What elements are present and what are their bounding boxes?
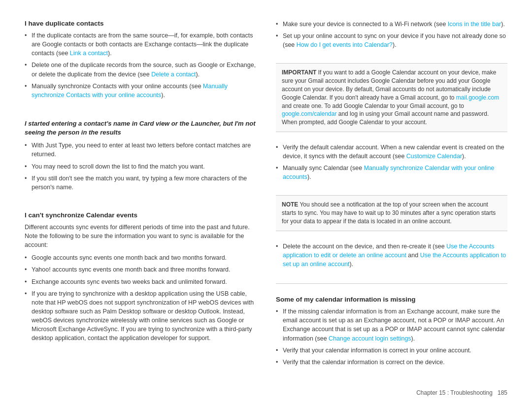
calendar-missing-bullets: If the missing calendar information is f… — [276, 307, 507, 367]
bullet-text: Verify that the calendar information is … — [283, 359, 445, 366]
link-customize-calendar[interactable]: Customize Calendar — [406, 153, 462, 160]
column-left: I have duplicate contacts If the duplica… — [25, 20, 256, 384]
right-bottom-bullets: Delete the account on the device, and th… — [276, 242, 507, 272]
link-change-account-login[interactable]: Change account login settings — [329, 335, 411, 342]
link-get-events-calendar[interactable]: How do I get events into Calendar? — [297, 41, 393, 48]
section-sync-calendar-title: I can't synchronize Calendar events — [25, 211, 256, 219]
right-middle-bullets: Verify the default calendar account. Whe… — [276, 143, 507, 185]
link-a-contact[interactable]: Link a contact — [70, 50, 108, 57]
list-item: Google accounts sync events one month ba… — [25, 253, 256, 262]
sync-calendar-bullets: Google accounts sync events one month ba… — [25, 253, 256, 342]
sync-calendar-intro: Different accounts sync events for diffe… — [25, 223, 256, 249]
list-item: Manually sync Calendar (see Manually syn… — [276, 164, 507, 181]
bullet-text: Verify the default calendar account. Whe… — [283, 144, 504, 160]
bullet-text: Make sure your device is connected to a … — [283, 21, 505, 28]
section-calendar-missing: Some of my calendar information is missi… — [276, 296, 507, 370]
bullet-text: Manually synchronize Contacts with your … — [32, 83, 228, 99]
note-label: NOTE — [282, 201, 298, 208]
page-number: 185 — [498, 389, 507, 396]
list-item: If you still don't see the match you wan… — [25, 174, 256, 192]
list-item: You may need to scroll down the list to … — [25, 162, 256, 171]
column-right: Make sure your device is connected to a … — [276, 20, 507, 384]
bullet-text: Set up your online account to sync on yo… — [283, 33, 506, 48]
right-top-bullets: Make sure your device is connected to a … — [276, 20, 507, 52]
footer: Chapter 15 : Troubleshooting 185 — [25, 384, 507, 396]
bullet-text: If you still don't see the match you wan… — [32, 175, 247, 191]
bullet-text: If the missing calendar information is f… — [283, 308, 505, 342]
bullet-text: Exchange accounts sync events two weeks … — [32, 278, 227, 285]
bullet-text: Delete the account on the device, and th… — [283, 243, 506, 268]
section-duplicate-contacts: I have duplicate contacts If the duplica… — [25, 20, 256, 103]
section-calendar-missing-title: Some of my calendar information is missi… — [276, 296, 507, 303]
bullet-text: If you are trying to synchronize with a … — [32, 290, 254, 342]
list-item: Manually synchronize Contacts with your … — [25, 82, 256, 100]
divider — [276, 283, 507, 284]
bullet-text: Manually sync Calendar (see Manually syn… — [283, 165, 494, 180]
important-text2: and create one. To add Google Calendar t… — [282, 103, 464, 109]
important-label: IMPORTANT — [282, 69, 316, 76]
contact-search-bullets: With Just Type, you need to enter at lea… — [25, 141, 256, 192]
list-item: Yahoo! accounts sync events one month ba… — [25, 265, 256, 274]
bullet-text: Verify that your calendar information is… — [283, 347, 471, 354]
bullet-text: You may need to scroll down the list to … — [32, 163, 205, 170]
list-item: Delete the account on the device, and th… — [276, 242, 507, 269]
section-contact-search: I started entering a contact's name in C… — [25, 119, 256, 195]
section-duplicate-title: I have duplicate contacts — [25, 20, 256, 27]
list-item: If the duplicate contacts are from the s… — [25, 31, 256, 58]
section-contact-search-title: I started entering a contact's name in C… — [25, 119, 256, 137]
important-box: IMPORTANT If you want to add a Google Ca… — [276, 63, 507, 132]
section-sync-calendar: I can't synchronize Calendar events Diff… — [25, 211, 256, 346]
list-item: Verify that your calendar information is… — [276, 346, 507, 355]
link-manually-sync-calendar[interactable]: Manually synchronize Calendar with your … — [283, 165, 494, 180]
bullet-text: Yahoo! accounts sync events one month ba… — [32, 266, 230, 273]
link-delete-contact[interactable]: Delete a contact — [151, 71, 196, 78]
list-item: Delete one of the duplicate records from… — [25, 61, 256, 78]
bullet-text: Delete one of the duplicate records from… — [32, 62, 256, 77]
bullet-text: If the duplicate contacts are from the s… — [32, 32, 253, 57]
columns: I have duplicate contacts If the duplica… — [25, 20, 507, 384]
list-item: Set up your online account to sync on yo… — [276, 32, 507, 49]
list-item: If you are trying to synchronize with a … — [25, 289, 256, 343]
bullet-text: With Just Type, you need to enter at lea… — [32, 142, 251, 158]
list-item: Verify the default calendar account. Whe… — [276, 143, 507, 161]
note-box: NOTE You should see a notification at th… — [276, 195, 507, 231]
link-icons-title-bar[interactable]: Icons in the title bar — [448, 21, 501, 28]
list-item: If the missing calendar information is f… — [276, 307, 507, 343]
list-item: With Just Type, you need to enter at lea… — [25, 141, 256, 159]
chapter-text: Chapter 15 : Troubleshooting — [416, 389, 493, 396]
list-item: Verify that the calendar information is … — [276, 358, 507, 367]
list-item: Exchange accounts sync events two weeks … — [25, 277, 256, 286]
link-manually-sync-contacts[interactable]: Manually synchronize Contacts with your … — [32, 83, 228, 99]
footer-text: Chapter 15 : Troubleshooting 185 — [416, 389, 507, 396]
page-container: I have duplicate contacts If the duplica… — [0, 0, 532, 411]
link-mail-google[interactable]: mail.google.com — [456, 94, 499, 101]
note-text: You should see a notification at the top… — [282, 201, 496, 225]
link-google-calendar[interactable]: google.com/calendar — [282, 110, 336, 117]
bullet-text: Google accounts sync events one month ba… — [32, 254, 227, 261]
duplicate-bullets: If the duplicate contacts are from the s… — [25, 31, 256, 100]
list-item: Make sure your device is connected to a … — [276, 20, 507, 29]
